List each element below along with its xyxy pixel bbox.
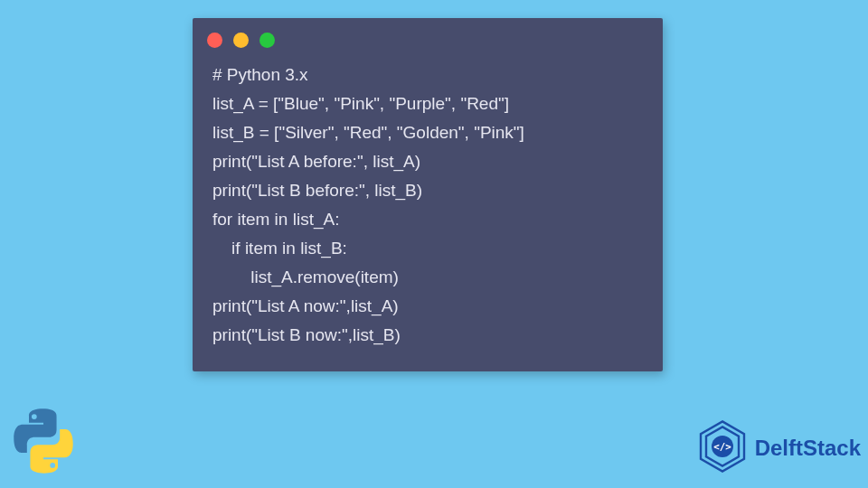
minimize-icon: [233, 33, 249, 48]
canvas: # Python 3.x list_A = ["Blue", "Pink", "…: [0, 0, 868, 488]
svg-text:</>: </>: [713, 441, 731, 453]
close-icon: [207, 33, 222, 48]
delftstack-emblem-icon: </>: [695, 419, 750, 477]
python-logo-icon: [7, 405, 80, 481]
delftstack-logo: </> DelftStack: [695, 419, 861, 477]
maximize-icon: [259, 33, 275, 48]
code-window: # Python 3.x list_A = ["Blue", "Pink", "…: [193, 18, 663, 371]
delftstack-name: DelftStack: [755, 436, 861, 461]
window-titlebar: [193, 18, 663, 48]
code-snippet: # Python 3.x list_A = ["Blue", "Pink", "…: [193, 48, 663, 359]
